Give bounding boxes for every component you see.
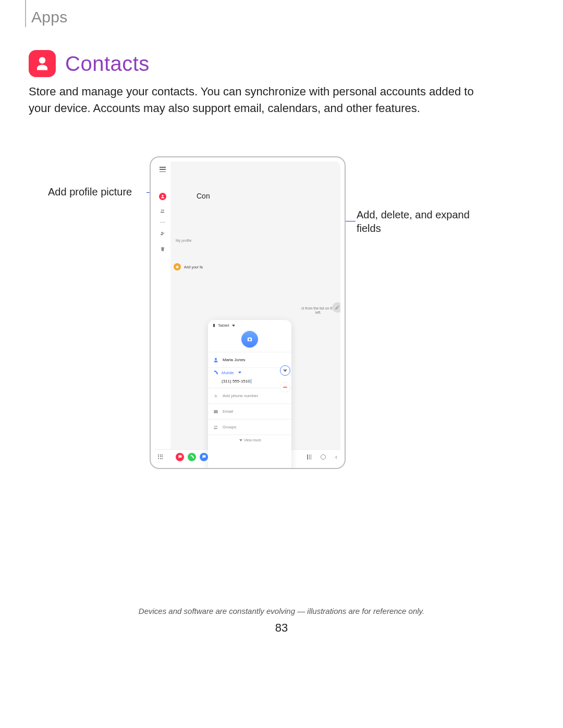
contacts-sidebar — [155, 162, 170, 449]
groups-field-row[interactable]: Groups — [208, 419, 291, 435]
nav-home-icon[interactable] — [321, 454, 326, 460]
expand-field-button[interactable] — [280, 365, 290, 376]
callout-add-profile-picture: Add profile picture — [48, 186, 132, 198]
taskbar-phone-icon[interactable] — [188, 453, 196, 461]
sidebar-add-contact-icon[interactable] — [159, 230, 166, 237]
groups-icon — [213, 425, 218, 430]
footer-disclaimer: Devices and software are constantly evol… — [0, 607, 563, 615]
view-more-label: View more — [244, 438, 261, 442]
sidebar-groups-icon[interactable] — [159, 207, 166, 215]
my-profile-label: My profile — [176, 239, 191, 242]
plus-icon — [213, 393, 218, 399]
apps-grid-icon[interactable] — [158, 454, 163, 460]
nav-recents-icon[interactable] — [307, 454, 311, 460]
section-title: Contacts — [65, 52, 150, 76]
new-contact-modal: Tablet Maria Jones Mobile (311) — [208, 320, 291, 469]
breadcrumb-text: Apps — [31, 0, 68, 26]
star-icon — [174, 263, 181, 270]
mail-icon — [213, 409, 218, 414]
delete-field-button[interactable] — [280, 382, 290, 392]
phone-field-row[interactable]: Mobile (311) 555-1510 — [208, 367, 291, 388]
caret-down-icon — [232, 325, 235, 327]
groups-label: Groups — [223, 425, 236, 429]
taskbar-app-1-icon[interactable] — [176, 453, 184, 461]
breadcrumb: Apps — [25, 0, 68, 27]
name-value: Maria Jones — [223, 357, 246, 362]
hamburger-icon[interactable] — [160, 167, 166, 172]
modal-storage-selector[interactable]: Tablet — [208, 320, 291, 328]
person-icon — [213, 357, 218, 363]
nav-bar: ‹ — [307, 453, 337, 461]
contacts-app-icon — [29, 50, 56, 77]
name-field-row[interactable]: Maria Jones — [208, 352, 291, 367]
section-description: Store and manage your contacts. You can … — [29, 83, 482, 117]
add-phone-label: Add phone number — [223, 393, 258, 398]
callout-add-delete-expand: Add, delete, and expand fields — [357, 208, 471, 235]
phone-number-value: (311) 555-1510 — [222, 379, 251, 384]
phone-type-label: Mobile — [222, 371, 234, 375]
taskbar-messages-icon[interactable] — [200, 453, 208, 461]
chevron-down-icon — [283, 369, 287, 372]
email-label: Email — [223, 409, 233, 414]
sidebar-trash-icon[interactable] — [160, 244, 165, 254]
phone-icon — [213, 370, 218, 375]
storage-label: Tablet — [218, 323, 229, 328]
caret-down-icon — [238, 372, 241, 374]
add-phone-row[interactable]: Add phone number — [208, 388, 291, 403]
nav-back-icon[interactable]: ‹ — [335, 453, 337, 461]
edit-fab[interactable] — [332, 302, 340, 313]
email-field-row[interactable]: Email — [208, 403, 291, 419]
device-illustration: Con My profile Add your fa ct from the l… — [150, 156, 346, 469]
svg-rect-2 — [213, 324, 215, 327]
minus-icon — [283, 387, 287, 388]
sidebar-contacts-icon[interactable] — [159, 193, 166, 200]
profile-picture-button[interactable] — [241, 331, 258, 348]
page-number: 83 — [0, 621, 563, 635]
view-more-button[interactable]: View more — [208, 435, 291, 445]
add-favorite-row[interactable]: Add your fa — [174, 263, 203, 270]
caret-down-icon — [239, 439, 242, 441]
add-favorite-label: Add your fa — [184, 265, 203, 269]
contacts-heading: Con — [197, 192, 210, 200]
empty-state-hint: ct from the list on the left. — [301, 306, 335, 315]
